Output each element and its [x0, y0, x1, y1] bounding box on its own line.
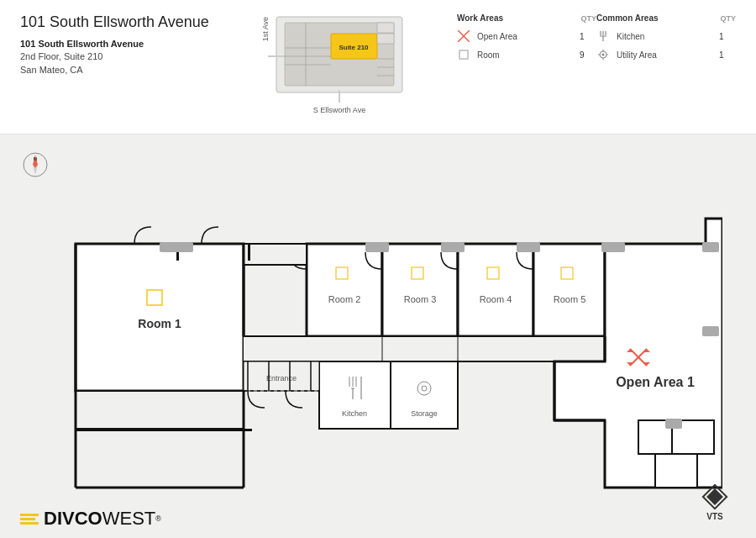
map-thumbnail-container: 1st Ave Suite 210 — [255, 10, 423, 114]
compass: N — [20, 150, 50, 180]
registered-mark: ® — [155, 514, 161, 523]
svg-rect-41 — [533, 244, 605, 336]
divcowest-logo: DIVCOWEST® — [20, 508, 161, 530]
legend-item-open-area: Open Area 1 — [457, 29, 596, 43]
divco-bar-2 — [20, 518, 35, 520]
svg-rect-72 — [76, 429, 252, 431]
map-svg: Suite 210 — [268, 10, 411, 103]
legend-item-kitchen: Kitchen 1 — [596, 29, 736, 43]
property-info: 101 South Ellsworth Avenue 101 South Ell… — [20, 13, 255, 76]
address-line1: 101 South Ellsworth Avenue — [20, 38, 255, 50]
room1-label: Room 1 — [138, 317, 181, 330]
floorplan-svg: Room 1 Room 2 Room 3 Room 4 Room 5 — [67, 168, 722, 521]
room3-label: Room 3 — [404, 294, 437, 304]
svg-rect-82 — [702, 326, 719, 336]
svg-rect-45 — [248, 244, 250, 261]
divco-text: DIVCO — [44, 508, 102, 530]
open-area1-label: Open Area 1 — [616, 375, 695, 389]
map-label-left: 1st Ave — [261, 17, 270, 41]
svg-rect-13 — [377, 34, 394, 44]
svg-rect-56 — [319, 361, 391, 429]
svg-rect-81 — [702, 242, 719, 252]
storage-label: Storage — [411, 409, 438, 418]
legend-container: Work Areas QTY Open Area 1 — [423, 13, 736, 66]
svg-rect-83 — [665, 419, 682, 429]
property-title: 101 South Ellsworth Avenue — [20, 13, 255, 31]
divco-bar-1 — [20, 514, 39, 516]
branding-section: DIVCOWEST® — [20, 508, 161, 530]
svg-rect-37 — [382, 244, 458, 336]
svg-rect-39 — [458, 244, 533, 336]
legend-item-room: Room 9 — [457, 48, 596, 61]
utility-icon — [596, 48, 610, 61]
common-areas-title: Common Areas QTY — [596, 13, 736, 23]
vts-logo: VTS — [694, 484, 736, 530]
room4-label: Room 4 — [480, 294, 512, 304]
legend-item-utility: Utility Area 1 — [596, 48, 736, 61]
svg-rect-43 — [244, 244, 307, 265]
legend-common-areas: Common Areas QTY Kitchen 1 — [596, 13, 736, 66]
svg-rect-35 — [307, 244, 382, 336]
svg-rect-75 — [655, 454, 697, 488]
entrance-label: Entrance — [266, 374, 297, 382]
map-thumbnail: 1st Ave Suite 210 — [268, 10, 411, 103]
svg-rect-76 — [160, 242, 193, 252]
legend-work-areas: Work Areas QTY Open Area 1 — [457, 13, 596, 66]
divco-bar-3 — [20, 522, 39, 525]
header-section: 101 South Ellsworth Avenue 101 South Ell… — [0, 0, 756, 134]
svg-rect-79 — [517, 242, 540, 252]
svg-point-23 — [602, 54, 605, 56]
open-area-icon — [457, 29, 470, 43]
address-line2: 2nd Floor, Suite 210 — [20, 50, 255, 63]
map-label-bottom: S Ellsworth Ave — [313, 106, 365, 114]
svg-rect-78 — [441, 242, 465, 252]
svg-text:VTS: VTS — [706, 512, 723, 521]
svg-rect-46 — [244, 336, 605, 361]
svg-rect-80 — [601, 242, 625, 252]
svg-rect-12 — [377, 23, 394, 33]
svg-rect-77 — [365, 242, 389, 252]
room-icon — [457, 48, 470, 61]
divco-bars-icon — [20, 514, 39, 525]
suite-label-mini: Suite 210 — [339, 44, 369, 51]
room2-label: Room 2 — [328, 294, 361, 304]
work-areas-title: Work Areas QTY — [457, 13, 596, 23]
room5-label: Room 5 — [554, 294, 586, 304]
floorplan-area: N Room 1 Room 2 Room 3 Room 4 — [0, 134, 756, 538]
west-text: WEST — [102, 508, 156, 530]
svg-text:N: N — [34, 156, 37, 161]
svg-rect-16 — [459, 50, 468, 59]
vts-logo-svg: VTS — [694, 484, 736, 526]
kitchen-icon — [596, 29, 610, 43]
address-line3: San Mateo, CA — [20, 64, 255, 76]
svg-rect-71 — [76, 391, 244, 429]
kitchen-label: Kitchen — [342, 409, 367, 418]
